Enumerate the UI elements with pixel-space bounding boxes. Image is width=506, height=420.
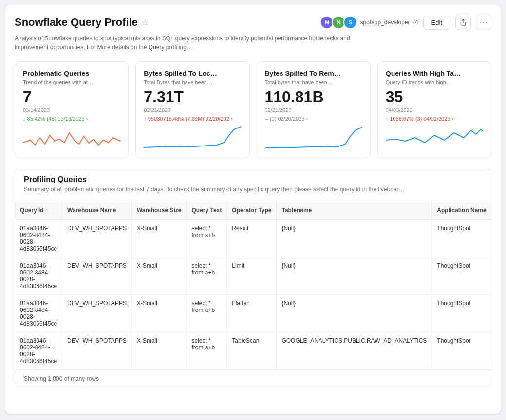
star-icon[interactable]: ☆ <box>142 18 149 27</box>
th-query-id[interactable]: Query Id ↑ <box>15 201 62 220</box>
profiling-desc: Summary of all problematic queries for t… <box>24 186 482 193</box>
kpi-title-3: Queries With High Ta… <box>386 70 483 77</box>
table-cell-3-1: DEV_WH_SPOTAPPS <box>62 332 132 370</box>
table-cell-1-2: X-Small <box>131 257 187 295</box>
profiling-section: Profiling Queries Summary of all problem… <box>15 168 491 387</box>
table-cell-1-0: 01aa3046-0602-8484-0028-4d83066f45ce <box>15 257 62 295</box>
table-row: 01aa3046-0602-8484-0028-4d83066f45ceDEV_… <box>15 257 491 295</box>
table-cell-2-5: {Null} <box>277 295 432 332</box>
kpi-chart-1 <box>144 126 241 150</box>
kpi-value-2: 110.81B <box>265 88 362 106</box>
table-cell-3-3: select * from a+b <box>187 332 227 370</box>
kpi-date-2: 02/21/2023 <box>265 107 362 113</box>
kpi-desc-1: Total Bytes that have been… <box>144 79 241 85</box>
table-cell-0-1: DEV_WH_SPOTAPPS <box>62 220 132 257</box>
table-cell-0-2: X-Small <box>131 220 187 257</box>
sort-arrow-query-id: ↑ <box>46 208 48 213</box>
th-warehouse-size[interactable]: Warehouse Size <box>131 201 187 220</box>
edit-button[interactable]: Edit <box>423 16 450 30</box>
kpi-change-2: -- (0) 02/20/2023 › <box>265 116 362 122</box>
table-row: 01aa3046-0602-8484-0028-4d83066f45ceDEV_… <box>15 295 491 332</box>
table-cell-1-1: DEV_WH_SPOTAPPS <box>62 257 132 295</box>
kpi-value-1: 7.31T <box>144 88 241 106</box>
kpi-change-3: ↑ 1066.67% (3) 04/01/2023 › <box>386 116 483 122</box>
table-cell-2-1: DEV_WH_SPOTAPPS <box>62 295 132 332</box>
table-cell-0-4: Result <box>227 220 277 257</box>
kpi-desc-0: Trend of the queries with at… <box>23 79 120 85</box>
table-cell-2-0: 01aa3046-0602-8484-0028-4d83066f45ce <box>15 295 62 332</box>
kpi-chart-3 <box>386 126 483 150</box>
table-cell-3-2: X-Small <box>131 332 187 370</box>
kpi-value-0: 7 <box>23 88 120 106</box>
table-header-row: Query Id ↑ Warehouse Name Warehouse Size… <box>15 201 491 220</box>
kpi-card-problematic[interactable]: Problematic Queries Trend of the queries… <box>15 61 129 158</box>
avatars: M N S spotapp_developer +4 <box>320 16 418 29</box>
th-application-name[interactable]: Application Name <box>432 201 491 220</box>
kpi-value-3: 35 <box>386 88 483 106</box>
table-cell-3-0: 01aa3046-0602-8484-0028-4d83066f45ce <box>15 332 62 370</box>
table-cell-2-2: X-Small <box>131 295 187 332</box>
page-container: Snowflake Query Profile ☆ M N S spotapp_… <box>5 5 501 414</box>
avatar-s: S <box>343 16 357 29</box>
page-title: Snowflake Query Profile <box>15 16 138 29</box>
table-row: 01aa3046-0602-8484-0028-4d83066f45ceDEV_… <box>15 220 491 257</box>
kpi-date-0: 03/14/2023 <box>23 107 120 113</box>
more-options-button[interactable]: ··· <box>476 15 491 30</box>
table-body: 01aa3046-0602-8484-0028-4d83066f45ceDEV_… <box>15 220 491 370</box>
table-cell-1-4: Limit <box>227 257 277 295</box>
kpi-desc-3: Query ID trends with high… <box>386 79 483 85</box>
table-cell-1-3: select * from a+b <box>187 257 227 295</box>
subtitle: Analysis of Snowflake queries to spot ty… <box>15 34 356 52</box>
th-query-text[interactable]: Query Text <box>187 201 227 220</box>
kpi-change-0: ↓ 85.42% (48) 03/13/2023 › <box>23 116 120 122</box>
header-left: Snowflake Query Profile ☆ <box>15 16 149 29</box>
kpi-card-high-ta[interactable]: Queries With High Ta… Query ID trends wi… <box>377 61 491 158</box>
table-cell-0-3: select * from a+b <box>187 220 227 257</box>
table-wrapper[interactable]: Query Id ↑ Warehouse Name Warehouse Size… <box>15 201 491 370</box>
kpi-title-0: Problematic Queries <box>23 70 120 77</box>
th-tablename[interactable]: Tablename <box>277 201 432 220</box>
kpi-date-1: 02/21/2023 <box>144 107 241 113</box>
share-icon-button[interactable] <box>455 15 471 30</box>
table-cell-3-4: TableScan <box>227 332 277 370</box>
kpi-date-3: 04/03/2023 <box>386 107 483 113</box>
table-cell-2-3: select * from a+b <box>187 295 227 332</box>
user-count: spotapp_developer +4 <box>360 19 418 26</box>
profiling-header: Profiling Queries Summary of all problem… <box>15 168 491 201</box>
header-right: M N S spotapp_developer +4 Edit ··· <box>320 15 491 30</box>
table-cell-0-6: ThoughtSpot <box>432 220 491 257</box>
kpi-title-2: Bytes Spilled To Rem… <box>265 70 362 77</box>
th-warehouse-name[interactable]: Warehouse Name <box>62 201 132 220</box>
header: Snowflake Query Profile ☆ M N S spotapp_… <box>15 15 491 30</box>
kpi-chart-2 <box>265 126 362 150</box>
table-cell-3-5: GOOGLE_ANALYTICS.PUBLIC.RAW_AD_ANALYTICS <box>277 332 432 370</box>
kpi-change-1: ↑ 95030718.48% (7.69M) 02/20/202 › <box>144 116 241 122</box>
kpi-desc-2: Total bytes that have been… <box>265 79 362 85</box>
table-row: 01aa3046-0602-8484-0028-4d83066f45ceDEV_… <box>15 332 491 370</box>
table-cell-1-5: {Null} <box>277 257 432 295</box>
table-cell-0-0: 01aa3046-0602-8484-0028-4d83066f45ce <box>15 220 62 257</box>
kpi-card-bytes-local[interactable]: Bytes Spilled To Loc… Total Bytes that h… <box>135 61 249 158</box>
kpi-row: Problematic Queries Trend of the queries… <box>15 61 491 158</box>
profiling-table: Query Id ↑ Warehouse Name Warehouse Size… <box>15 201 491 370</box>
profiling-title: Profiling Queries <box>24 175 482 184</box>
kpi-chart-0 <box>23 126 120 150</box>
table-cell-2-4: Flatten <box>227 295 277 332</box>
kpi-card-bytes-remote[interactable]: Bytes Spilled To Rem… Total bytes that h… <box>257 61 371 158</box>
th-operator-type[interactable]: Operator Type <box>227 201 277 220</box>
table-cell-3-6: ThoughtSpot <box>432 332 491 370</box>
kpi-title-1: Bytes Spilled To Loc… <box>144 70 241 77</box>
table-cell-0-5: {Null} <box>277 220 432 257</box>
table-cell-2-6: ThoughtSpot <box>432 295 491 332</box>
table-footer: Showing 1,000 of many rows <box>15 370 491 387</box>
table-cell-1-6: ThoughtSpot <box>432 257 491 295</box>
